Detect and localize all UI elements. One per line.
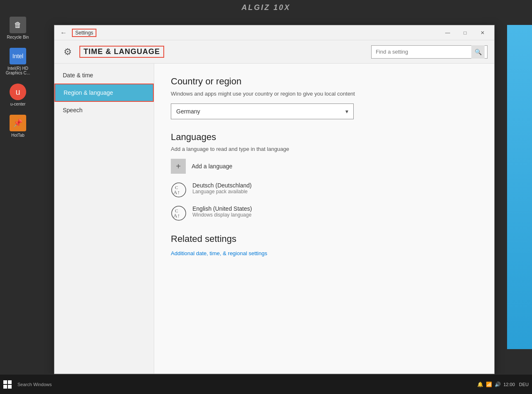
language-icon-english: C A↑ <box>171 205 187 221</box>
desktop-icons: 🗑 Recycle Bin Intel Intel(R) HDGraphics … <box>3 17 32 138</box>
add-language-label: Add a language <box>192 163 232 170</box>
sidebar: Date & time Region & language Speech <box>54 64 154 374</box>
taskbar-search[interactable]: Search Windows <box>17 382 52 387</box>
taskbar-system-icons: 🔔 📶 🔊 12:00 DEU <box>477 382 529 387</box>
svg-rect-6 <box>3 380 7 384</box>
back-button[interactable]: ← <box>58 27 69 39</box>
english-name: English (United States) <box>192 205 252 212</box>
taskbar-notification-icon[interactable]: 🔔 <box>477 382 483 387</box>
country-select-value: Germany <box>176 108 345 115</box>
related-settings-title: Related settings <box>171 234 478 244</box>
minimize-button[interactable]: — <box>439 26 456 39</box>
taskbar-volume-icon[interactable]: 🔊 <box>495 382 501 387</box>
deutsch-name: Deutsch (Deutschland) <box>192 182 251 189</box>
country-section-title: Country or region <box>171 76 478 87</box>
taskbar-language: DEU <box>519 382 529 387</box>
svg-rect-7 <box>8 380 12 384</box>
settings-header: ⚙ TIME & LANGUAGE 🔍 <box>54 40 494 64</box>
language-item-deutsch[interactable]: C A↑ Deutsch (Deutschland) Language pack… <box>171 182 478 198</box>
related-settings-link[interactable]: Additional date, time, & regional settin… <box>171 250 267 256</box>
right-panel <box>507 25 532 349</box>
hottab-icon: 📌 <box>10 115 26 131</box>
svg-rect-9 <box>8 385 12 389</box>
plus-icon: + <box>171 159 186 174</box>
languages-desc: Add a language to read and type in that … <box>171 146 478 152</box>
title-bar: ← Settings — □ ✕ <box>54 25 494 40</box>
settings-window: ← Settings — □ ✕ ⚙ TIME & LANGUAGE 🔍 Dat… <box>54 25 495 374</box>
u-center-label: u-center <box>10 102 26 106</box>
page-title: ALGIZ 10X <box>0 3 532 12</box>
section-title: TIME & LANGUAGE <box>79 46 164 58</box>
sidebar-item-speech[interactable]: Speech <box>54 102 154 118</box>
window-controls: — □ ✕ <box>439 26 491 39</box>
intel-hd-icon: Intel <box>10 48 26 64</box>
recycle-bin-icon: 🗑 <box>10 17 26 33</box>
start-button[interactable] <box>3 380 12 389</box>
svg-text:A↑: A↑ <box>173 212 180 219</box>
main-content: Country or region Windows and apps might… <box>154 64 494 374</box>
desktop-icon-hottab[interactable]: 📌 HotTab <box>3 115 32 138</box>
taskbar-network-icon[interactable]: 📶 <box>486 382 492 387</box>
close-button[interactable]: ✕ <box>474 26 491 39</box>
deutsch-sub: Language pack available <box>192 189 251 195</box>
gear-icon: ⚙ <box>61 45 74 59</box>
sidebar-item-region-language[interactable]: Region & language <box>54 84 154 102</box>
desktop-icon-intel-hd[interactable]: Intel Intel(R) HDGraphics C... <box>3 48 32 75</box>
intel-hd-label: Intel(R) HDGraphics C... <box>6 66 30 75</box>
related-settings: Related settings Additional date, time, … <box>171 234 478 257</box>
hottab-label: HotTab <box>11 133 25 138</box>
search-input[interactable] <box>372 49 471 55</box>
chevron-down-icon: ▾ <box>345 108 348 115</box>
english-sub: Windows display language <box>192 212 252 218</box>
desktop-icon-recycle-bin[interactable]: 🗑 Recycle Bin <box>3 17 32 39</box>
u-center-icon: u <box>10 84 26 100</box>
language-icon-deutsch: C A↑ <box>171 182 187 198</box>
taskbar: Search Windows 🔔 📶 🔊 12:00 DEU <box>0 374 532 394</box>
search-box[interactable]: 🔍 <box>371 45 488 59</box>
desktop-icon-u-center[interactable]: u u-center <box>3 84 32 106</box>
svg-text:A↑: A↑ <box>173 189 180 195</box>
sidebar-item-date-time[interactable]: Date & time <box>54 67 154 84</box>
taskbar-time: 12:00 <box>503 382 515 387</box>
country-section-desc: Windows and apps might use your country … <box>171 90 478 98</box>
languages-section: Languages Add a language to read and typ… <box>171 132 478 221</box>
languages-title: Languages <box>171 132 478 143</box>
svg-rect-8 <box>3 385 7 389</box>
settings-body: Date & time Region & language Speech Cou… <box>54 64 494 374</box>
add-language-button[interactable]: + Add a language <box>171 159 478 174</box>
desktop: ALGIZ 10X 🗑 Recycle Bin Intel Intel(R) H… <box>0 0 532 394</box>
search-icon: 🔍 <box>471 45 485 59</box>
country-select[interactable]: Germany ▾ <box>171 103 354 119</box>
restore-button[interactable]: □ <box>457 26 473 39</box>
language-info-english: English (United States) Windows display … <box>192 205 252 218</box>
language-item-english[interactable]: C A↑ English (United States) Windows dis… <box>171 205 478 221</box>
language-info-deutsch: Deutsch (Deutschland) Language pack avai… <box>192 182 251 195</box>
window-title: Settings <box>72 29 96 37</box>
recycle-bin-label: Recycle Bin <box>7 35 29 39</box>
